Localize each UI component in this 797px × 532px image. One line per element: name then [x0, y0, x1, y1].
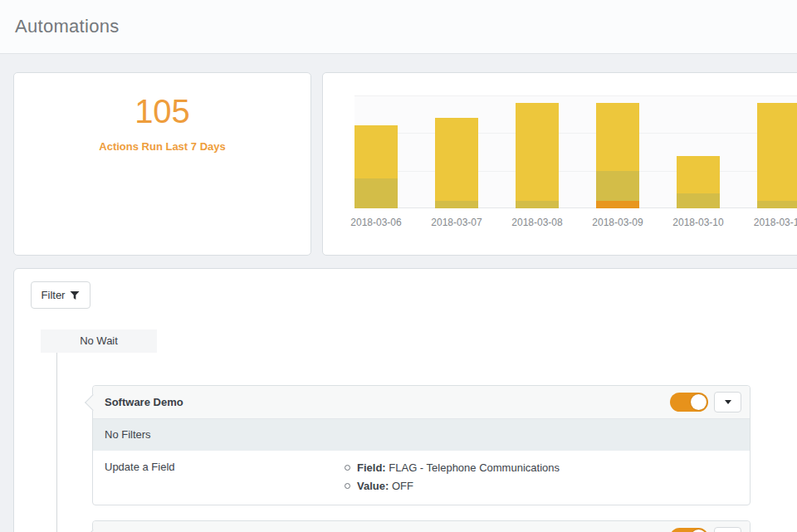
- gridline: [354, 133, 797, 134]
- stat-card: 105 Actions Run Last 7 Days: [13, 72, 311, 256]
- chart-bar-segment: [354, 178, 398, 208]
- toggle-knob: [691, 394, 707, 410]
- gridline: [354, 95, 797, 96]
- automation-card-header: Software Demo: [93, 386, 750, 419]
- automation-card: Software Demo No Filters Update a Field …: [92, 385, 751, 505]
- chart-bar-segment: [596, 201, 639, 208]
- filter-button-label: Filter: [42, 289, 66, 301]
- bullet-icon: [345, 483, 350, 489]
- stat-label: Actions Run Last 7 Days: [14, 140, 310, 153]
- stat-value: 105: [14, 93, 310, 130]
- chart-bar-segment: [516, 103, 559, 201]
- chart-bar-segment: [435, 201, 478, 208]
- x-axis-baseline: [354, 207, 797, 208]
- detail-label: Field:: [357, 461, 386, 474]
- automation-toggle-on[interactable]: [670, 393, 708, 412]
- chart-bar-segment: [677, 193, 720, 208]
- chart-bar-segment: [435, 118, 478, 201]
- automation-list-panel: Filter No Wait Software Demo No: [13, 268, 797, 532]
- x-axis-label: 2018-03-10: [657, 217, 740, 228]
- bullet-icon: [345, 465, 350, 471]
- automation-card-partial: [92, 520, 751, 532]
- card-controls: [670, 392, 741, 412]
- automation-title: Software Demo: [105, 396, 670, 408]
- detail-label: Value:: [357, 480, 389, 492]
- gridline: [354, 171, 797, 172]
- card-notch-icon: [85, 394, 101, 411]
- card-controls: [670, 527, 741, 532]
- x-axis-label: 2018-03-06: [335, 217, 418, 228]
- x-axis-label: 2018-03-07: [415, 217, 498, 228]
- actions-chart-card: 051015 2018-03-062018-03-072018-03-08201…: [322, 72, 797, 256]
- automations-page: Automations 105 Actions Run Last 7 Days …: [0, 0, 797, 532]
- timeline-connector: [56, 353, 57, 532]
- filters-row: No Filters: [93, 419, 750, 451]
- automation-toggle-on[interactable]: [670, 528, 708, 532]
- chart-bar-segment: [677, 156, 720, 193]
- action-row: Update a Field Field: FLAG - Telephone C…: [93, 451, 750, 504]
- chart-bar-segment: [354, 125, 398, 178]
- action-details: Field: FLAG - Telephone CommunicationsVa…: [345, 459, 560, 495]
- x-axis-label: 2018-03-09: [576, 217, 659, 228]
- caret-down-icon: [725, 400, 731, 404]
- chart-bar-segment: [757, 201, 797, 208]
- action-detail-item: Field: FLAG - Telephone Communications: [345, 459, 560, 477]
- detail-value: FLAG - Telephone Communications: [386, 461, 560, 474]
- chart-plot: 2018-03-062018-03-072018-03-082018-03-09…: [354, 95, 797, 208]
- filter-button[interactable]: Filter: [31, 281, 90, 309]
- wait-step-label: No Wait: [41, 329, 157, 353]
- funnel-icon: [70, 290, 80, 300]
- page-title: Automations: [0, 0, 797, 37]
- detail-value: OFF: [389, 480, 413, 492]
- action-detail-item: Value: OFF: [345, 477, 560, 495]
- chart-bar-segment: [596, 171, 639, 201]
- card-menu-button[interactable]: [714, 527, 741, 532]
- automation-card-header: [93, 521, 750, 532]
- chart-bar-segment: [516, 201, 559, 208]
- action-name: Update a Field: [105, 459, 345, 495]
- x-axis-label: 2018-03-11: [737, 217, 797, 228]
- page-header: Automations: [0, 0, 797, 54]
- card-menu-button[interactable]: [714, 392, 741, 412]
- x-axis-label: 2018-03-08: [496, 217, 579, 228]
- chart-bar-segment: [757, 103, 797, 201]
- chart-bar-segment: [596, 103, 639, 171]
